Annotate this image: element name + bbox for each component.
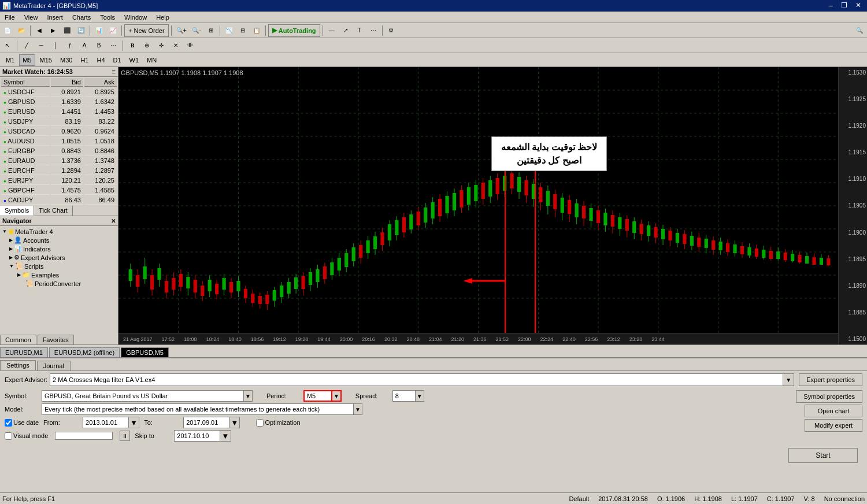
stop-btn[interactable]: ⬛ [61, 24, 73, 37]
market-watch-row[interactable]: ● EURUSD 1.4451 1.4453 [1, 108, 117, 116]
zoom-in-btn[interactable]: 🔍+ [174, 24, 189, 37]
text-tool-btn[interactable]: A [78, 39, 91, 52]
market-watch-row[interactable]: ● AUDUSD 1.0515 1.0518 [1, 137, 117, 146]
eye-btn[interactable]: 👁 [184, 39, 197, 52]
market-watch-row[interactable]: ● USDCHF 0.8921 0.8925 [1, 88, 117, 97]
tf-mn[interactable]: MN [143, 54, 160, 66]
from-date-btn[interactable]: ▼ [129, 417, 139, 428]
nav-accounts[interactable]: ▶ 👤 Accounts [1, 236, 117, 244]
market-watch-row[interactable]: ● EURCHF 1.2894 1.2897 [1, 166, 117, 175]
ea-input[interactable] [50, 373, 783, 386]
menu-view[interactable]: View [22, 13, 40, 22]
expert-properties-button[interactable]: Expert properties [799, 373, 862, 386]
close-button[interactable]: ✕ [852, 1, 865, 10]
settings-btn[interactable]: ⚙ [385, 24, 398, 37]
cursor-btn[interactable]: ↖ [1, 39, 14, 52]
tool3-btn[interactable]: ⊕ [140, 39, 153, 52]
market-watch-row[interactable]: ● EURGBP 0.8843 0.8846 [1, 147, 117, 155]
optimization-checkbox[interactable] [256, 419, 264, 427]
chart-tab-eurusd-m2[interactable]: EURUSD,M2 (offline) [49, 347, 120, 357]
crosshair-btn[interactable]: ✛ [155, 39, 168, 52]
modify-expert-button[interactable]: Modify expert [805, 419, 862, 432]
more-tools-btn[interactable]: ⋯ [107, 39, 120, 52]
indicator-btn[interactable]: 📉 [223, 24, 235, 37]
nav-scripts[interactable]: ▼ 📜 Scripts [1, 262, 117, 270]
visual-speed-slider[interactable] [55, 432, 113, 440]
bold2-btn[interactable]: 𝐁 [126, 39, 139, 52]
more-btn[interactable]: ⋯ [367, 24, 380, 37]
ea-dropdown-btn[interactable]: ▼ [783, 373, 794, 386]
vline-btn[interactable]: │ [49, 39, 62, 52]
tf-m1[interactable]: M1 [2, 54, 18, 66]
nav-indicators[interactable]: ▶ 📊 Indicators [1, 244, 117, 253]
symbol-properties-button[interactable]: Symbol properties [796, 390, 862, 403]
bold-btn[interactable]: B [92, 39, 105, 52]
tab-symbols[interactable]: Symbols [0, 206, 34, 216]
menu-insert[interactable]: Insert [45, 13, 65, 22]
nav-expert-advisors[interactable]: ▶ ⚙ Expert Advisors [1, 253, 117, 262]
nav-period-converter[interactable]: 📜 PeriodConverter [1, 279, 117, 288]
line-draw-btn[interactable]: ╱ [20, 39, 33, 52]
spread-input[interactable] [392, 390, 416, 402]
tab-favorites[interactable]: Favorites [38, 335, 74, 344]
tf-m5[interactable]: M5 [19, 54, 35, 66]
menu-charts[interactable]: Charts [70, 13, 93, 22]
use-date-checkbox[interactable] [5, 419, 12, 427]
hline-btn[interactable]: ─ [35, 39, 47, 52]
start-button[interactable]: Start [788, 448, 858, 463]
back-btn[interactable]: ◀ [33, 24, 46, 37]
from-date-input[interactable] [83, 417, 129, 428]
tab-tick-chart[interactable]: Tick Chart [34, 206, 73, 216]
tab-journal[interactable]: Journal [37, 361, 71, 370]
search-button[interactable]: 🔍 [853, 24, 866, 37]
open-chart-button[interactable]: Open chart [805, 405, 862, 417]
tpl-btn[interactable]: 📋 [250, 24, 263, 37]
chart-btn[interactable]: 📊 [92, 24, 105, 37]
new-order-button[interactable]: + New Order [124, 24, 169, 37]
skip-to-btn[interactable]: ▼ [220, 430, 231, 442]
chart2-btn[interactable]: 📈 [106, 24, 119, 37]
market-watch-row[interactable]: ● GBPCHF 1.4575 1.4585 [1, 186, 117, 195]
skip-to-input[interactable] [174, 430, 220, 442]
delete-btn[interactable]: ✕ [169, 39, 182, 52]
menu-file[interactable]: File [2, 13, 17, 22]
model-dropdown-btn[interactable]: ▼ [354, 403, 362, 415]
open-btn[interactable]: 📂 [15, 24, 28, 37]
menu-window[interactable]: Window [122, 13, 149, 22]
period-sep-btn[interactable]: ⊟ [236, 24, 249, 37]
to-date-btn[interactable]: ▼ [229, 417, 240, 428]
tab-settings[interactable]: Settings [0, 360, 36, 370]
fwd-btn[interactable]: ▶ [47, 24, 60, 37]
market-watch-row[interactable]: ● USDCAD 0.9620 0.9624 [1, 127, 117, 136]
pause-button[interactable]: ⏸ [120, 431, 130, 441]
new-btn[interactable]: 📄 [1, 24, 14, 37]
tf-h4[interactable]: H4 [93, 54, 108, 66]
model-input[interactable] [42, 403, 354, 415]
tab-common[interactable]: Common [0, 335, 36, 344]
symbol-input[interactable] [42, 390, 244, 402]
nav-examples[interactable]: ▶ 📁 Examples [1, 270, 117, 279]
market-watch-row[interactable]: ● CADJPY 86.43 86.49 [1, 196, 117, 205]
chart-tab-gbpusd-m5[interactable]: GBPUSD,M5 [121, 347, 169, 357]
fibonacci-btn[interactable]: ƒ [64, 39, 76, 52]
tf-d1[interactable]: D1 [110, 54, 125, 66]
refresh-btn[interactable]: 🔄 [75, 24, 87, 37]
spread-dropdown-btn[interactable]: ▼ [416, 390, 424, 402]
market-watch-row[interactable]: ● USDJPY 83.19 83.22 [1, 117, 117, 126]
text-btn[interactable]: T [353, 24, 366, 37]
to-date-input[interactable] [183, 417, 229, 428]
tf-w1[interactable]: W1 [126, 54, 143, 66]
period-input[interactable] [303, 390, 332, 402]
restore-button[interactable]: ❐ [838, 1, 851, 10]
visual-mode-checkbox[interactable] [5, 432, 12, 440]
nav-metatrader4[interactable]: ▼ ▣ MetaTrader 4 [1, 227, 117, 236]
tf-m30[interactable]: M30 [57, 54, 76, 66]
market-watch-row[interactable]: ● EURAUD 1.3736 1.3748 [1, 157, 117, 165]
period-dropdown-btn[interactable]: ▼ [332, 390, 342, 402]
chart-props-btn[interactable]: ⊞ [205, 24, 217, 37]
menu-tools[interactable]: Tools [98, 13, 117, 22]
chart-tab-eurusd-m1[interactable]: EURUSD,M1 [0, 347, 48, 357]
menu-help[interactable]: Help [154, 13, 172, 22]
zoom-out-btn[interactable]: 🔍- [190, 24, 203, 37]
tf-h1[interactable]: H1 [77, 54, 92, 66]
